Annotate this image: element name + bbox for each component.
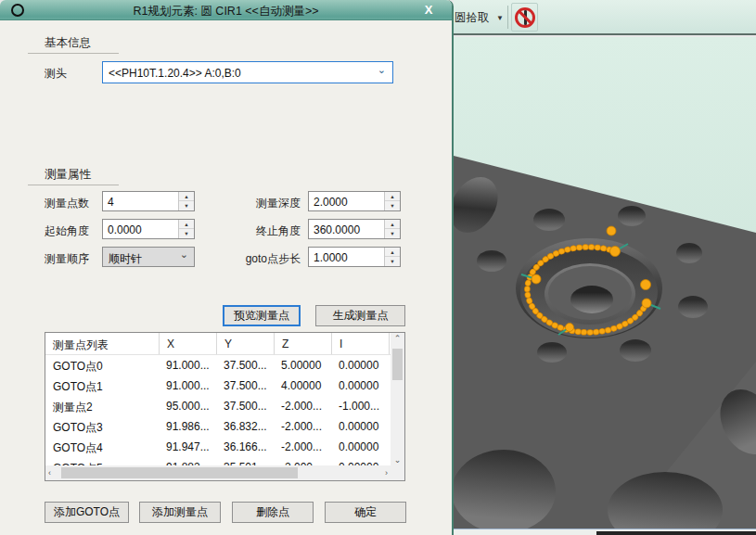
scrollbar-corner	[391, 465, 404, 480]
spin-up-icon[interactable]: ▲	[385, 220, 400, 229]
add-measure-point-button[interactable]: 添加测量点	[139, 502, 221, 523]
confirm-button[interactable]: 确定	[325, 502, 406, 523]
circle-pick-button[interactable]: 圆拾取	[455, 10, 490, 26]
measure-depth-label: 测量深度	[215, 196, 301, 211]
goto-step-label: goto点步长	[215, 251, 301, 267]
start-angle-label: 起始角度	[45, 223, 89, 239]
measure-props-section-label: 测量属性	[45, 167, 91, 183]
table-header-row: 测量点列表 X Y Z I J	[45, 333, 391, 355]
probe-disable-icon	[515, 7, 535, 28]
table-row[interactable]: GOTO点491.947...36.166...-2.000...0.00000…	[45, 437, 391, 457]
right-pane: 圆拾取 ▼	[454, 0, 756, 535]
start-angle-input[interactable]: 0.0000 ▲▼	[102, 219, 195, 239]
probe-select-value: <<PH10T.1.20.4>> A:0,B:0	[109, 67, 241, 80]
generate-points-button[interactable]: 生成测量点	[315, 305, 405, 326]
spin-up-icon[interactable]: ▲	[385, 248, 400, 257]
spin-up-icon[interactable]: ▲	[179, 192, 194, 201]
table-row[interactable]: GOTO点191.000...37.500...4.000000.000000	[45, 376, 391, 396]
horizontal-scrollbar-thumb[interactable]	[61, 467, 298, 478]
measure-points-table[interactable]: 测量点列表 X Y Z I J GOTO点091.000...37.500...…	[45, 332, 405, 481]
spin-down-icon[interactable]: ▼	[179, 201, 194, 210]
scroll-right-icon[interactable]: ›	[385, 468, 388, 478]
scroll-down-icon[interactable]: ⌄	[391, 455, 404, 465]
vertical-scrollbar-thumb[interactable]	[392, 349, 403, 380]
basic-info-section-label: 基本信息	[45, 35, 91, 51]
points-count-input[interactable]: 4 ▲▼	[102, 191, 195, 211]
horizontal-scrollbar[interactable]: ‹ ›	[45, 465, 391, 480]
spin-up-icon[interactable]: ▲	[385, 192, 400, 201]
spin-up-icon[interactable]: ▲	[179, 220, 194, 229]
app-window: 圆拾取 ▼	[0, 0, 756, 535]
toolbar-separator	[507, 6, 508, 29]
measure-order-select[interactable]: 顺时针 ⌄	[102, 247, 195, 267]
scroll-left-icon[interactable]: ‹	[48, 468, 51, 478]
spin-down-icon[interactable]: ▼	[385, 201, 400, 210]
chevron-down-icon: ⌄	[180, 248, 188, 261]
scroll-up-icon[interactable]: ⌃	[391, 334, 404, 343]
section-divider	[28, 53, 119, 54]
table-row[interactable]: 测量点295.000...37.500...-2.000...-1.000...…	[45, 396, 391, 416]
bottom-scrollbar-segment[interactable]	[596, 531, 756, 535]
close-icon[interactable]: X	[420, 3, 437, 19]
measure-order-label: 测量顺序	[45, 251, 89, 267]
probe-select[interactable]: <<PH10T.1.20.4>> A:0,B:0 ⌄	[102, 61, 393, 83]
viewport-3d[interactable]	[454, 37, 756, 529]
spin-down-icon[interactable]: ▼	[385, 229, 400, 238]
chevron-down-icon[interactable]: ▼	[496, 14, 504, 22]
points-count-label: 测量点数	[45, 196, 89, 211]
top-toolbar: 圆拾取 ▼	[454, 0, 756, 35]
table-row[interactable]: GOTO点391.986...36.832...-2.000...0.00000…	[45, 416, 391, 437]
dialog-titlebar[interactable]: R1规划元素: 圆 CIR1 <<自动测量>> X	[0, 0, 452, 20]
preview-points-button[interactable]: 预览测量点	[223, 305, 301, 326]
probe-disable-button[interactable]	[511, 3, 538, 32]
measure-path-overlay	[454, 37, 756, 529]
section-divider	[28, 185, 119, 185]
end-angle-label: 终止角度	[215, 223, 301, 239]
table-row[interactable]: GOTO点091.000...37.500...5.000000.000000	[45, 355, 391, 376]
plan-element-dialog: R1规划元素: 圆 CIR1 <<自动测量>> X 基本信息 测头 <<PH10…	[0, 0, 454, 535]
dialog-title: R1规划元素: 圆 CIR1 <<自动测量>>	[0, 4, 452, 19]
bottom-strip	[454, 529, 756, 535]
probe-label: 测头	[45, 66, 67, 82]
goto-step-input[interactable]: 1.0000 ▲▼	[308, 247, 401, 267]
end-angle-input[interactable]: 360.0000 ▲▼	[308, 219, 401, 239]
add-goto-point-button[interactable]: 添加GOTO点	[45, 502, 129, 523]
measure-depth-input[interactable]: 2.0000 ▲▼	[308, 191, 401, 211]
vertical-scrollbar[interactable]: ⌃ ⌄	[391, 333, 404, 465]
spin-down-icon[interactable]: ▼	[179, 229, 194, 238]
table-row[interactable]: GOTO点591.882...35.501...-2.000...0.00000…	[45, 457, 391, 465]
delete-point-button[interactable]: 删除点	[232, 502, 314, 523]
spin-down-icon[interactable]: ▼	[385, 257, 400, 266]
chevron-down-icon: ⌄	[378, 64, 386, 76]
